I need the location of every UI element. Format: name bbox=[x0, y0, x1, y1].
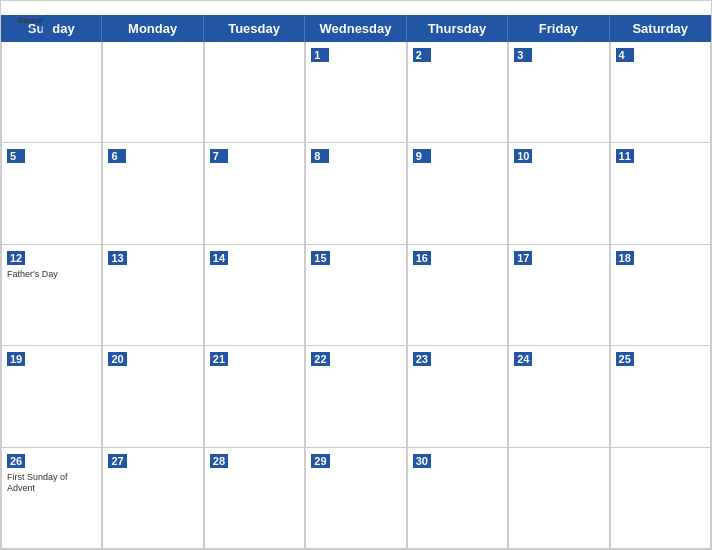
day-cell: 21 bbox=[204, 346, 305, 447]
day-cell: 4 bbox=[610, 42, 711, 143]
day-cell: 30 bbox=[407, 448, 508, 549]
day-number: 4 bbox=[616, 48, 634, 62]
week-row-5: 26First Sunday of Advent27282930 bbox=[1, 448, 711, 549]
week-row-3: 12Father's Day131415161718 bbox=[1, 245, 711, 346]
day-cell: 2 bbox=[407, 42, 508, 143]
day-header-friday: Friday bbox=[508, 15, 609, 42]
day-header-thursday: Thursday bbox=[407, 15, 508, 42]
calendar-body: 123456789101112Father's Day1314151617181… bbox=[1, 42, 711, 549]
day-number: 11 bbox=[616, 149, 634, 163]
event-text: First Sunday of Advent bbox=[7, 472, 96, 495]
day-cell bbox=[204, 42, 305, 143]
day-cell: 10 bbox=[508, 143, 609, 244]
day-cell: 23 bbox=[407, 346, 508, 447]
day-cell bbox=[102, 42, 203, 143]
day-number: 25 bbox=[616, 352, 634, 366]
day-number: 22 bbox=[311, 352, 329, 366]
day-number: 8 bbox=[311, 149, 329, 163]
day-number: 24 bbox=[514, 352, 532, 366]
day-cell bbox=[610, 448, 711, 549]
day-number: 13 bbox=[108, 251, 126, 265]
day-number: 21 bbox=[210, 352, 228, 366]
day-cell: 5 bbox=[1, 143, 102, 244]
day-header-wednesday: Wednesday bbox=[305, 15, 406, 42]
day-cell: 16 bbox=[407, 245, 508, 346]
day-cell: 13 bbox=[102, 245, 203, 346]
day-number: 3 bbox=[514, 48, 532, 62]
day-number: 20 bbox=[108, 352, 126, 366]
day-number: 18 bbox=[616, 251, 634, 265]
day-header-tuesday: Tuesday bbox=[204, 15, 305, 42]
day-number: 27 bbox=[108, 454, 126, 468]
week-row-1: 1234 bbox=[1, 42, 711, 143]
logo-area: General Blue bbox=[17, 11, 57, 39]
day-number: 6 bbox=[108, 149, 126, 163]
day-number: 14 bbox=[210, 251, 228, 265]
day-cell: 19 bbox=[1, 346, 102, 447]
day-number: 28 bbox=[210, 454, 228, 468]
day-number: 19 bbox=[7, 352, 25, 366]
day-number: 9 bbox=[413, 149, 431, 163]
day-cell: 27 bbox=[102, 448, 203, 549]
day-cell bbox=[1, 42, 102, 143]
day-number: 16 bbox=[413, 251, 431, 265]
day-cell: 25 bbox=[610, 346, 711, 447]
day-cell: 12Father's Day bbox=[1, 245, 102, 346]
day-header-monday: Monday bbox=[102, 15, 203, 42]
day-cell: 1 bbox=[305, 42, 406, 143]
day-cell bbox=[508, 448, 609, 549]
day-cell: 7 bbox=[204, 143, 305, 244]
week-row-2: 567891011 bbox=[1, 143, 711, 244]
svg-text:Blue: Blue bbox=[18, 24, 34, 33]
day-cell: 14 bbox=[204, 245, 305, 346]
day-number: 17 bbox=[514, 251, 532, 265]
calendar-container: General Blue SundayMondayTuesdayWednesda… bbox=[0, 0, 712, 550]
day-number: 30 bbox=[413, 454, 431, 468]
day-cell: 11 bbox=[610, 143, 711, 244]
day-headers-row: SundayMondayTuesdayWednesdayThursdayFrid… bbox=[1, 15, 711, 42]
day-number: 26 bbox=[7, 454, 25, 468]
day-cell: 6 bbox=[102, 143, 203, 244]
day-cell: 28 bbox=[204, 448, 305, 549]
day-cell: 26First Sunday of Advent bbox=[1, 448, 102, 549]
event-text: Father's Day bbox=[7, 269, 96, 281]
day-cell: 8 bbox=[305, 143, 406, 244]
day-cell: 22 bbox=[305, 346, 406, 447]
day-number: 7 bbox=[210, 149, 228, 163]
generalblue-logo: General Blue bbox=[17, 11, 57, 39]
day-cell: 17 bbox=[508, 245, 609, 346]
day-number: 2 bbox=[413, 48, 431, 62]
day-number: 23 bbox=[413, 352, 431, 366]
day-cell: 9 bbox=[407, 143, 508, 244]
day-cell: 3 bbox=[508, 42, 609, 143]
day-cell: 18 bbox=[610, 245, 711, 346]
calendar-header: General Blue bbox=[1, 1, 711, 15]
day-number: 12 bbox=[7, 251, 25, 265]
day-cell: 15 bbox=[305, 245, 406, 346]
day-cell: 24 bbox=[508, 346, 609, 447]
day-number: 29 bbox=[311, 454, 329, 468]
week-row-4: 19202122232425 bbox=[1, 346, 711, 447]
day-header-saturday: Saturday bbox=[610, 15, 711, 42]
day-number: 5 bbox=[7, 149, 25, 163]
day-number: 10 bbox=[514, 149, 532, 163]
day-cell: 29 bbox=[305, 448, 406, 549]
day-number: 15 bbox=[311, 251, 329, 265]
day-number: 1 bbox=[311, 48, 329, 62]
day-cell: 20 bbox=[102, 346, 203, 447]
